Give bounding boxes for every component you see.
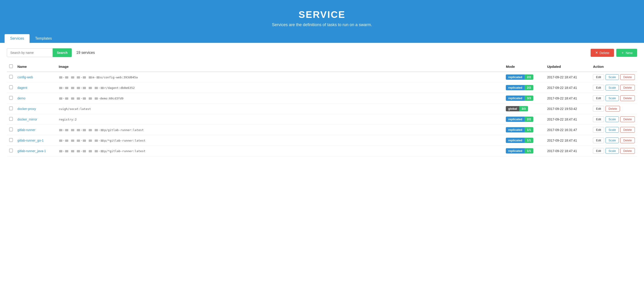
service-updated: 2017-09-22 19:53:42 xyxy=(545,104,590,114)
scale-button[interactable]: Scale xyxy=(606,127,619,133)
new-button[interactable]: ＋ New xyxy=(616,49,637,57)
page-title: SERVICE xyxy=(4,9,640,20)
mode-count: 1/1 xyxy=(524,148,533,154)
action-buttons: EditScaleDelete xyxy=(593,85,635,90)
service-name-link[interactable]: docker-proxy xyxy=(18,107,36,111)
action-buttons: EditDelete xyxy=(593,106,635,112)
mode-count: 3/3 xyxy=(524,96,533,101)
row-checkbox[interactable] xyxy=(9,117,13,121)
table-row: dagent· · ·r/dagent:db0e6352 replicated … xyxy=(7,82,637,93)
col-mode-header: Mode xyxy=(504,62,545,72)
mode-type: replicated xyxy=(506,138,524,143)
scale-button[interactable]: Scale xyxy=(606,74,619,80)
row-checkbox[interactable] xyxy=(9,138,13,142)
action-buttons: EditScaleDelete xyxy=(593,127,635,133)
edit-button[interactable]: Edit xyxy=(593,95,604,101)
action-buttons: EditScaleDelete xyxy=(593,95,635,101)
delete-button[interactable]: ✕ Delete xyxy=(590,49,614,57)
service-image: · · ·p/gitlab-runner:latest xyxy=(59,128,144,132)
row-checkbox[interactable] xyxy=(9,128,13,131)
mode-type: replicated xyxy=(506,85,524,90)
mode-type: replicated xyxy=(506,116,524,122)
edit-button[interactable]: Edit xyxy=(593,116,604,122)
row-delete-button[interactable]: Delete xyxy=(620,127,635,133)
edit-button[interactable]: Edit xyxy=(593,85,604,90)
search-input[interactable] xyxy=(7,48,53,57)
row-checkbox[interactable] xyxy=(9,75,13,78)
edit-button[interactable]: Edit xyxy=(593,148,604,154)
mode-count: 1/1 xyxy=(524,138,533,143)
row-checkbox[interactable] xyxy=(9,106,13,110)
service-name-link[interactable]: demo xyxy=(18,96,26,100)
row-checkbox[interactable] xyxy=(9,149,13,152)
mode-badge: replicated 1/1 xyxy=(506,127,533,132)
service-name-link[interactable]: docker_mirror xyxy=(18,118,37,121)
edit-button[interactable]: Edit xyxy=(593,127,604,133)
edit-button[interactable]: Edit xyxy=(593,74,604,80)
edit-button[interactable]: Edit xyxy=(593,138,604,143)
table-row: gitlab-runner_java-1· · ·p/*gitlab-runne… xyxy=(7,146,637,156)
table-row: docker_mirrorregistry:2 replicated 2/2 2… xyxy=(7,114,637,125)
row-checkbox[interactable] xyxy=(9,96,13,100)
mode-type: replicated xyxy=(506,96,524,101)
service-updated: 2017-09-22 16:31:47 xyxy=(545,125,590,135)
services-table-wrap: Name Image Mode Updated Action config-we… xyxy=(7,62,637,156)
service-name-link[interactable]: dagent xyxy=(18,86,27,90)
mode-type: replicated xyxy=(506,127,524,132)
scale-button[interactable]: Scale xyxy=(606,138,619,143)
service-name-link[interactable]: gitlab-runner_java-1 xyxy=(18,149,46,153)
service-updated: 2017-09-22 18:47:41 xyxy=(545,82,590,93)
row-delete-button[interactable]: Delete xyxy=(620,148,635,154)
scale-button[interactable]: Scale xyxy=(606,95,619,101)
table-header-row: Name Image Mode Updated Action xyxy=(7,62,637,72)
mode-type: replicated xyxy=(506,74,524,80)
services-table: Name Image Mode Updated Action config-we… xyxy=(7,62,637,156)
scale-button[interactable]: Scale xyxy=(606,148,619,154)
service-updated: 2017-09-22 18:47:41 xyxy=(545,135,590,146)
edit-button[interactable]: Edit xyxy=(593,106,604,112)
row-delete-button[interactable]: Delete xyxy=(620,116,635,122)
service-updated: 2017-09-22 18:47:41 xyxy=(545,93,590,104)
row-delete-button[interactable]: Delete xyxy=(620,85,635,90)
action-buttons: EditScaleDelete xyxy=(593,116,635,122)
mode-badge: global 3/3 xyxy=(506,106,528,111)
mode-badge: replicated 1/1 xyxy=(506,138,533,143)
mode-count: 3/3 xyxy=(519,106,528,111)
mode-count: 2/2 xyxy=(524,85,533,90)
table-row: config-web· · m·o/config-web:393d045a re… xyxy=(7,72,637,82)
service-image: cuigh/socat:latest xyxy=(59,107,91,111)
row-delete-button[interactable]: Delete xyxy=(620,74,635,80)
mode-type: global xyxy=(506,106,519,111)
action-buttons: EditScaleDelete xyxy=(593,138,635,143)
service-updated: 2017-09-22 18:47:41 xyxy=(545,114,590,125)
mode-badge: replicated 2/2 xyxy=(506,116,533,122)
mode-count: 1/1 xyxy=(524,127,533,132)
services-count: 19 services xyxy=(76,51,95,55)
tab-templates[interactable]: Templates xyxy=(30,34,57,43)
service-name-link[interactable]: config-web xyxy=(18,75,33,79)
col-checkbox xyxy=(7,62,15,72)
select-all-checkbox[interactable] xyxy=(9,64,13,68)
service-image: · · m·o/config-web:393d045a xyxy=(59,76,138,79)
search-button[interactable]: Search xyxy=(53,48,72,57)
row-delete-button[interactable]: Delete xyxy=(606,106,620,112)
tab-services[interactable]: Services xyxy=(4,34,30,43)
service-name-link[interactable]: gitlab-runner_go-1 xyxy=(18,138,44,142)
service-image: · · ·p/*gitlab-runner:latest xyxy=(59,149,146,153)
scale-button[interactable]: Scale xyxy=(606,85,619,90)
scale-button[interactable]: Scale xyxy=(606,116,619,122)
plus-icon: ＋ xyxy=(621,51,624,55)
toolbar: Search 19 services ✕ Delete ＋ New xyxy=(7,48,637,57)
mode-badge: replicated 2/2 xyxy=(506,85,533,90)
action-buttons: EditScaleDelete xyxy=(593,74,635,80)
row-delete-button[interactable]: Delete xyxy=(620,138,635,143)
service-image: registry:2 xyxy=(59,118,76,121)
page-subtitle: Services are the definitions of tasks to… xyxy=(4,22,640,27)
service-name-link[interactable]: gitlab-runner xyxy=(18,128,36,132)
service-image: · · ·demo:60cd3fd9 xyxy=(59,97,124,100)
row-checkbox[interactable] xyxy=(9,86,13,89)
mode-count: 2/2 xyxy=(524,74,533,80)
mode-badge: replicated 2/2 xyxy=(506,74,533,80)
col-name-header: Name xyxy=(15,62,56,72)
row-delete-button[interactable]: Delete xyxy=(620,95,635,101)
